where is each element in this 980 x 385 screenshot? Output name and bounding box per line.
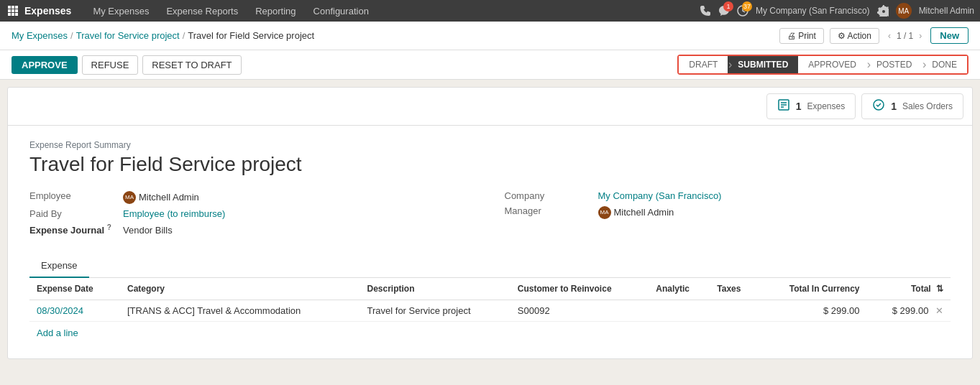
status-done[interactable]: DONE (922, 56, 967, 73)
main-content: 1 Expenses 1 Sales Orders Expense Report… (7, 87, 973, 359)
status-posted[interactable]: POSTED (866, 56, 922, 73)
expense-journal-label: Expense Journal ? (29, 223, 116, 236)
row-total-currency: $ 299.00 (759, 300, 866, 321)
breadcrumb-current: Travel for Field Service project (188, 30, 314, 41)
print-button[interactable]: 🖨 Print (779, 28, 824, 44)
svg-rect-2 (15, 6, 18, 9)
app-grid-icon[interactable] (6, 4, 20, 18)
refuse-button[interactable]: REFUSE (82, 55, 139, 75)
status-approved[interactable]: APPROVED (798, 56, 866, 73)
top-navigation: Expenses My Expenses Expense Reports Rep… (0, 0, 980, 22)
employee-value: Mitchell Admin (139, 192, 199, 203)
user-avatar[interactable]: MA (896, 3, 912, 19)
svg-rect-3 (8, 9, 11, 12)
phone-icon-btn[interactable] (700, 5, 711, 17)
pagination: ‹ 1 / 1 › (885, 29, 925, 42)
table-row: 08/30/2024 [TRANS & ACC] Travel & Accomm… (29, 300, 951, 321)
company-name[interactable]: My Company (San Francisco) (756, 6, 870, 16)
sales-orders-label: Sales Orders (902, 101, 953, 111)
nav-reporting[interactable]: Reporting (248, 3, 303, 19)
paid-by-label: Paid By (29, 208, 116, 219)
reset-to-draft-button[interactable]: RESET TO DRAFT (142, 55, 241, 75)
action-button[interactable]: ⚙ Action (830, 28, 879, 44)
expense-table: Expense Date Category Description Custom… (29, 278, 951, 322)
breadcrumb-sep-2: / (183, 30, 186, 41)
manager-label: Manager (505, 205, 591, 216)
employee-label: Employee (29, 190, 116, 201)
svg-rect-0 (8, 6, 11, 9)
left-fields: Employee MA Mitchell Admin Paid By Emplo… (29, 190, 476, 240)
nav-configuration[interactable]: Configuration (306, 3, 376, 19)
report-label: Expense Report Summary (29, 140, 951, 150)
company-label: Company (505, 190, 591, 201)
approve-button[interactable]: APPROVE (12, 56, 78, 74)
manager-avatar: MA (598, 206, 611, 219)
new-button[interactable]: New (930, 27, 968, 44)
sort-icon[interactable]: ⇅ (936, 284, 943, 294)
company-value[interactable]: My Company (San Francisco) (598, 190, 722, 201)
col-total: Total ⇅ (867, 278, 951, 300)
app-name[interactable]: Expenses (24, 5, 71, 17)
row-total: $ 299.00 ✕ (867, 300, 951, 321)
status-approved-label: APPROVED (808, 60, 856, 70)
row-analytic (649, 300, 710, 321)
expense-journal-value: Vendor Bills (123, 225, 173, 236)
breadcrumb-my-expenses[interactable]: My Expenses (12, 30, 68, 41)
nav-my-expenses[interactable]: My Expenses (86, 3, 156, 19)
paid-by-value[interactable]: Employee (to reimburse) (123, 208, 225, 219)
expenses-count: 1 (796, 101, 802, 112)
svg-rect-5 (15, 9, 18, 12)
add-line-button[interactable]: Add a line (29, 322, 86, 344)
user-name[interactable]: Mitchell Admin (919, 6, 974, 16)
prev-arrow[interactable]: ‹ (885, 29, 894, 42)
col-description: Description (360, 278, 510, 300)
col-taxes: Taxes (710, 278, 759, 300)
sales-orders-icon (872, 98, 885, 114)
status-submitted[interactable]: SUBMITTED (728, 56, 798, 73)
tab-expense[interactable]: Expense (29, 254, 89, 278)
status-posted-label: POSTED (876, 60, 912, 70)
row-description: Travel for Service project (360, 300, 510, 321)
manager-field-row: Manager MA Mitchell Admin (505, 205, 951, 219)
breadcrumb-service-project[interactable]: Travel for Service project (76, 30, 180, 41)
status-draft[interactable]: DRAFT (679, 56, 728, 73)
report-title: Travel for Field Service project (29, 153, 951, 176)
breadcrumb: My Expenses / Travel for Service project… (12, 30, 314, 41)
nav-right: 1 37 My Company (San Francisco) MA Mitch… (700, 3, 974, 19)
company-field-row: Company My Company (San Francisco) (505, 190, 951, 201)
col-analytic: Analytic (649, 278, 710, 300)
status-submitted-label: SUBMITTED (738, 60, 788, 70)
svg-rect-7 (12, 13, 14, 16)
row-category: [TRANS & ACC] Travel & Accommodation (120, 300, 360, 321)
expense-journal-field-row: Expense Journal ? Vendor Bills (29, 223, 476, 236)
row-date[interactable]: 08/30/2024 (29, 300, 120, 321)
status-draft-label: DRAFT (689, 60, 718, 70)
row-taxes (710, 300, 759, 321)
nav-expense-reports[interactable]: Expense Reports (159, 3, 245, 19)
col-customer: Customer to Reinvoice (510, 278, 649, 300)
right-fields: Company My Company (San Francisco) Manag… (505, 190, 951, 240)
chat-icon-btn[interactable]: 1 (718, 5, 730, 17)
sales-orders-count: 1 (891, 101, 897, 112)
employee-field-row: Employee MA Mitchell Admin (29, 190, 476, 204)
smart-buttons: 1 Expenses 1 Sales Orders (8, 88, 972, 126)
status-done-label: DONE (932, 60, 957, 70)
chat-badge: 1 (723, 1, 733, 11)
svg-rect-6 (8, 13, 11, 16)
svg-rect-4 (12, 9, 14, 12)
employee-avatar: MA (123, 191, 136, 204)
row-customer: S00092 (510, 300, 649, 321)
activity-icon-btn[interactable]: 37 (737, 5, 748, 17)
next-arrow[interactable]: › (916, 29, 925, 42)
row-delete-button[interactable]: ✕ (935, 305, 943, 316)
form-body: Expense Report Summary Travel for Field … (8, 126, 972, 358)
nav-links: My Expenses Expense Reports Reporting Co… (86, 3, 700, 19)
expenses-icon (777, 98, 790, 114)
breadcrumb-actions: 🖨 Print ⚙ Action ‹ 1 / 1 › New (779, 27, 968, 44)
expenses-label: Expenses (807, 101, 845, 111)
settings-icon-btn[interactable] (877, 5, 889, 17)
svg-rect-1 (12, 6, 14, 9)
action-bar: APPROVE REFUSE RESET TO DRAFT DRAFT SUBM… (0, 50, 980, 80)
sales-orders-smart-button[interactable]: 1 Sales Orders (861, 93, 963, 119)
expenses-smart-button[interactable]: 1 Expenses (766, 93, 856, 119)
